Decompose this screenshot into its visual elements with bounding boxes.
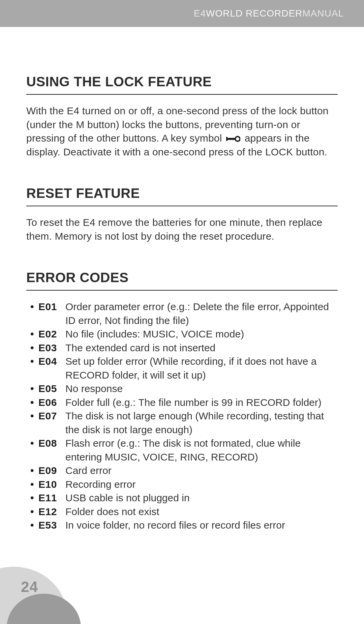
error-text: The disk is not large enough (While reco… [65, 410, 324, 435]
error-text: No file (includes: MUSIC, VOICE mode) [65, 328, 244, 339]
error-text: In voice folder, no record files or reco… [65, 519, 285, 531]
error-code: E53 [38, 518, 57, 532]
page-content: USING THE LOCK FEATURE With the E4 turne… [0, 27, 364, 532]
section-heading: RESET FEATURE [26, 186, 338, 206]
error-text: Order parameter error (e.g.: Delete the … [65, 301, 329, 326]
header-suffix: MANUAL [302, 8, 344, 19]
error-code: E11 [38, 491, 57, 505]
error-code: E10 [38, 478, 57, 492]
section-heading: ERROR CODES [26, 270, 338, 291]
section-reset-feature: RESET FEATURE To reset the E4 remove the… [26, 186, 338, 243]
error-code-item: E05No response [26, 382, 338, 396]
error-code: E04 [38, 355, 57, 368]
error-code-item: E02No file (includes: MUSIC, VOICE mode) [26, 327, 338, 341]
error-code: E07 [38, 409, 57, 423]
section-heading: USING THE LOCK FEATURE [26, 74, 338, 95]
svg-rect-1 [226, 137, 228, 141]
error-code: E08 [38, 437, 57, 450]
error-text: Recording error [65, 479, 135, 490]
error-text: Set up folder error (While recording, if… [65, 356, 316, 381]
error-code-item: E11USB cable is not plugged in [26, 491, 338, 505]
header-prefix: E4 [194, 8, 206, 19]
error-code-item: E07The disk is not large enough (While r… [26, 409, 338, 437]
error-code: E01 [38, 300, 57, 314]
error-code-item: E12Folder does not exist [26, 505, 338, 519]
error-text: USB cable is not plugged in [65, 492, 190, 503]
error-code: E02 [38, 327, 57, 341]
header-mid: WORLD RECORDER [206, 8, 302, 19]
key-icon [226, 136, 240, 142]
error-code-item: E10Recording error [26, 478, 338, 492]
error-text: The extended card is not inserted [65, 342, 215, 353]
error-code: E05 [38, 382, 57, 396]
error-code-item: E04Set up folder error (While recording,… [26, 355, 338, 382]
error-code-item: E01Order parameter error (e.g.: Delete t… [26, 300, 338, 327]
error-code-list: E01Order parameter error (e.g.: Delete t… [26, 300, 338, 532]
page-header: E4 WORLD RECORDER MANUAL [0, 0, 364, 27]
error-text: No response [65, 383, 123, 394]
svg-point-2 [235, 137, 240, 141]
error-text: Card error [65, 465, 112, 476]
error-code-item: E03The extended card is not inserted [26, 341, 338, 355]
page-number: 24 [21, 578, 38, 595]
page-corner-decor [0, 550, 81, 624]
error-code: E06 [38, 396, 57, 410]
section-lock-feature: USING THE LOCK FEATURE With the E4 turne… [26, 74, 338, 159]
error-code: E12 [38, 505, 57, 519]
section-error-codes: ERROR CODES E01Order parameter error (e.… [26, 270, 338, 532]
error-text: Folder full (e.g.: The file number is 99… [65, 397, 322, 408]
error-code-item: E53In voice folder, no record files or r… [26, 518, 338, 532]
error-code: E03 [38, 341, 57, 355]
section-body: To reset the E4 remove the batteries for… [26, 216, 338, 243]
error-code-item: E06Folder full (e.g.: The file number is… [26, 396, 338, 410]
error-code-item: E08Flash error (e.g.: The disk is not fo… [26, 437, 338, 464]
error-code-item: E09Card error [26, 464, 338, 478]
error-text: Folder does not exist [65, 506, 159, 517]
section-body: With the E4 turned on or off, a one-seco… [26, 104, 338, 159]
error-text: Flash error (e.g.: The disk is not forma… [65, 438, 301, 463]
error-code: E09 [38, 464, 57, 478]
